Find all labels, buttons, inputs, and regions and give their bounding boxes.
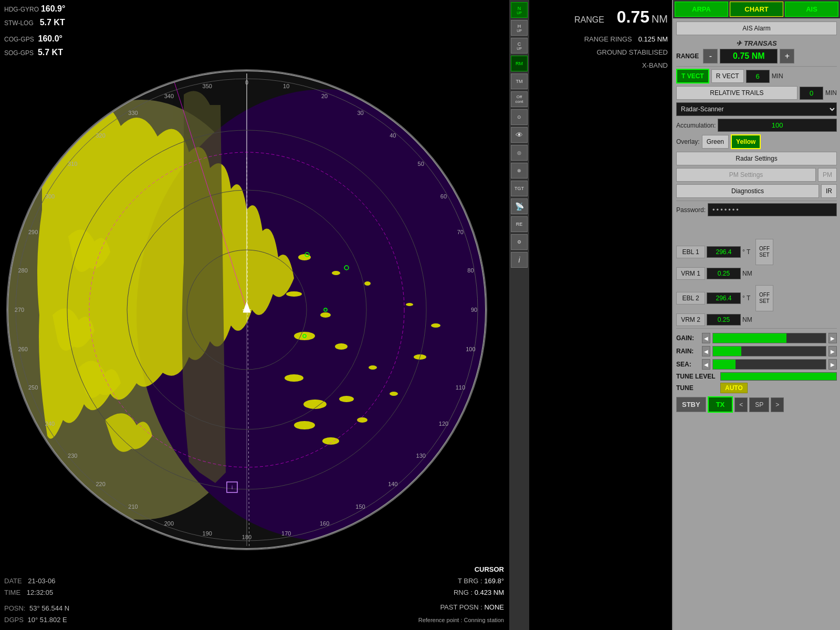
rain-right-button[interactable]: ▶	[828, 346, 837, 356]
nav-info[interactable]: i	[511, 252, 528, 268]
sea-right-button[interactable]: ▶	[828, 359, 837, 370]
diagnostics-button[interactable]: Diagnostics	[676, 184, 819, 198]
sp-button[interactable]: SP	[749, 397, 769, 412]
vect-row: T VECT R VECT MIN	[676, 69, 837, 83]
range-display: 0.75 NM	[720, 49, 778, 64]
gain-right-button[interactable]: ▶	[828, 333, 837, 343]
password-input[interactable]	[708, 203, 837, 216]
rain-fill	[713, 346, 741, 356]
dgps-label: DGPS	[4, 616, 24, 624]
relative-trails-button[interactable]: RELATIVE TRAILS	[676, 86, 797, 100]
nav-icon4[interactable]: ⊗	[511, 163, 528, 178]
svg-point-20	[431, 323, 440, 328]
gain-label: GAIN:	[676, 334, 700, 342]
nav-icon1[interactable]: ⊙	[511, 109, 528, 125]
tune-level-bar[interactable]	[720, 372, 837, 381]
transas-logo: ✈ TRANSAS	[676, 38, 837, 49]
t-vect-button[interactable]: T VECT	[676, 69, 709, 83]
rain-left-button[interactable]: ◀	[702, 346, 710, 356]
svg-point-8	[320, 312, 331, 318]
gain-left-button[interactable]: ◀	[702, 333, 710, 343]
nav-tm[interactable]: TM	[511, 74, 528, 89]
ais-button[interactable]: AIS	[785, 2, 838, 17]
svg-point-14	[339, 396, 354, 402]
tx-button[interactable]: TX	[708, 396, 733, 413]
ais-alarm-row: AIS Alarm	[676, 22, 837, 35]
vrm2-unit: NM	[742, 316, 754, 323]
ebl1-input[interactable]	[707, 246, 741, 258]
nav-icon3[interactable]: ◎	[511, 145, 528, 161]
nav-c-up[interactable]: CUP	[511, 38, 528, 54]
nav-settings[interactable]: ⚙	[511, 234, 528, 250]
radar-settings-button[interactable]: Radar Settings	[676, 152, 837, 165]
offset1-button[interactable]: OFFSET	[755, 239, 773, 265]
trails-unit: MIN	[825, 89, 837, 97]
pm-settings-button[interactable]: PM Settings	[676, 168, 816, 182]
range-plus-button[interactable]: +	[780, 49, 794, 64]
accumulation-input[interactable]	[718, 119, 837, 132]
stw-value: 5.7 KT	[40, 18, 65, 27]
ebl1-button[interactable]: EBL 1	[676, 246, 705, 258]
rain-track[interactable]	[712, 346, 826, 356]
accumulation-label: Accumulation:	[676, 122, 716, 129]
overlay-label: Overlay:	[676, 138, 700, 145]
trails-value-input[interactable]	[800, 87, 823, 100]
svg-point-15	[294, 421, 315, 429]
t-brg-value: 169.8°	[484, 577, 504, 585]
scanner-dropdown[interactable]: Radar-Scanner	[676, 102, 837, 116]
ais-alarm-button[interactable]: AIS Alarm	[676, 22, 837, 35]
nav-rm[interactable]: RM	[511, 56, 528, 71]
slider-section: GAIN: ◀ ▶ RAIN: ◀ ▶ SEA:	[676, 333, 837, 370]
pm-button[interactable]: PM	[818, 168, 837, 182]
main-container: HDG-GYRO 160.9° STW-LOG 5.7 KT COG-GPS 1…	[0, 0, 840, 630]
range-minus-button[interactable]: -	[703, 49, 718, 64]
tune-section: TUNE LEVEL TUNE AUTO	[676, 372, 837, 393]
right-panel: ARPA CHART AIS AIS Alarm ✈ TRANSAS RANGE…	[672, 0, 840, 630]
ebl2-input[interactable]	[707, 292, 741, 304]
vrm1-button[interactable]: VRM 1	[676, 267, 705, 280]
divider1	[676, 66, 837, 67]
dgps-value: 10° 51.802 E	[27, 616, 67, 624]
overlay-green-button[interactable]: Green	[702, 135, 729, 149]
svg-point-5	[332, 271, 340, 275]
band: X-BAND	[642, 61, 668, 69]
sea-left-button[interactable]: ◀	[702, 359, 710, 370]
radar-display[interactable]: i	[0, 0, 520, 630]
overlay-yellow-button[interactable]: Yellow	[731, 134, 761, 149]
ebl2-button[interactable]: EBL 2	[676, 292, 705, 304]
sea-row: SEA: ◀ ▶	[676, 359, 837, 370]
stabilisation: GROUND STABILISED	[596, 48, 668, 56]
r-vect-button[interactable]: R VECT	[711, 69, 744, 83]
ebl2-row: EBL 2 ° T OFFSET	[676, 285, 837, 311]
offset2-button[interactable]: OFFSET	[755, 285, 773, 311]
nav-radar[interactable]: 📡	[511, 198, 528, 214]
gain-track[interactable]	[712, 333, 826, 343]
transport-row: STBY TX < SP >	[676, 396, 837, 413]
tune-auto-badge[interactable]: AUTO	[720, 383, 748, 393]
sea-track[interactable]	[712, 359, 826, 370]
chart-button[interactable]: CHART	[730, 2, 783, 17]
nav-icon2[interactable]: 👁	[511, 127, 528, 143]
nav-re[interactable]: RE	[511, 216, 528, 232]
vect-value-input[interactable]	[746, 70, 770, 83]
vrm2-button[interactable]: VRM 2	[676, 313, 705, 326]
nav-off-cont[interactable]: Offcont	[511, 91, 528, 107]
nav-tgt[interactable]: TGT	[511, 181, 528, 196]
tune-auto-row: TUNE AUTO	[676, 383, 837, 393]
vrm2-input[interactable]	[707, 314, 741, 326]
svg-point-18	[390, 392, 398, 396]
arrow-right-button[interactable]: >	[771, 397, 784, 412]
ir-button[interactable]: IR	[821, 184, 837, 198]
stby-button[interactable]: STBY	[676, 397, 706, 412]
vrm1-input[interactable]	[707, 268, 741, 279]
past-posn-value: NONE	[484, 603, 504, 611]
svg-text:i: i	[232, 485, 233, 490]
range-info: RANGE 0.75 NM RANGE RINGS 0.125 NM GROUN…	[574, 2, 668, 72]
nav-h-up[interactable]: HUP	[511, 20, 528, 36]
radar-settings-row: Radar Settings	[676, 152, 837, 165]
nav-n-up[interactable]: NUP	[511, 2, 528, 18]
arrow-left-button[interactable]: <	[734, 397, 748, 412]
pm-row: PM Settings PM	[676, 168, 837, 182]
arpa-button[interactable]: ARPA	[675, 2, 728, 17]
posn-value: 53° 56.544 N	[29, 604, 69, 612]
